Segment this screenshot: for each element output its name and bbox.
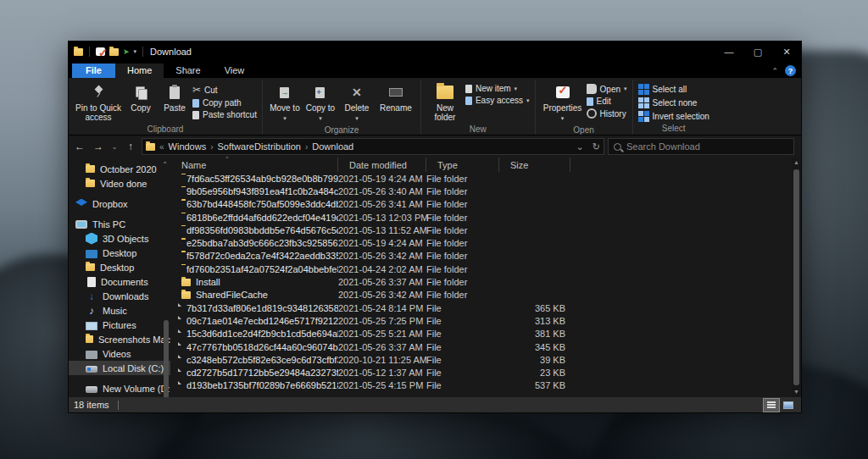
close-button[interactable]: ✕ (772, 41, 801, 62)
paste-button[interactable]: Paste (159, 81, 191, 114)
large-icons-view-icon (783, 401, 793, 409)
sidebar-item[interactable]: Desktop (69, 260, 170, 274)
table-row[interactable]: 7b317d33af806e1d819c9348126358e9ec8e...2… (170, 301, 791, 314)
scroll-up-arrow-icon[interactable]: ▲ (793, 158, 799, 168)
column-header-name[interactable]: Name ⌃ (170, 158, 338, 172)
invert-selection-button[interactable]: Invert selection (638, 111, 709, 122)
pin-to-quick-access-button[interactable]: Pin to Quick access (74, 81, 123, 124)
edit-button[interactable]: Edit (587, 97, 627, 106)
new-folder-button[interactable]: New folder (426, 81, 464, 124)
history-button[interactable]: History (587, 108, 627, 119)
column-header-type[interactable]: Type (426, 158, 499, 172)
table-row[interactable]: 47c7767bb0518d26cf44a60c96074bd5dcc...20… (170, 340, 791, 353)
tab-home[interactable]: Home (115, 64, 164, 78)
sidebar-item[interactable]: Local Disk (C:) (69, 361, 170, 375)
sidebar-item[interactable]: Dropbox (69, 196, 170, 211)
new-item-button[interactable]: New item▾ (465, 84, 530, 93)
recent-locations-chevron-icon[interactable]: ⌄ (109, 143, 120, 151)
large-icons-view-button[interactable] (781, 399, 796, 412)
table-row[interactable]: 9b05e956bf943f891ea4f1c0b2a484c52021-05-… (170, 185, 791, 197)
minimize-button[interactable]: — (715, 41, 743, 62)
table-row[interactable]: c3248eb572cb5f82e63ce9c6d73cfbf39b10...2… (170, 353, 791, 366)
copy-to-button[interactable]: Copy to ▾ (303, 81, 337, 124)
undo-qat-icon[interactable]: ➤ (123, 47, 130, 56)
back-icon[interactable]: ← (72, 141, 87, 152)
tab-share[interactable]: Share (164, 64, 212, 78)
open-button[interactable]: Open▾ (587, 84, 627, 94)
column-header-size[interactable]: Size (499, 158, 570, 172)
rename-icon (389, 88, 403, 97)
navigation-pane: October 2020Video doneDropboxThis PC3D O… (69, 158, 170, 397)
file-name: 6818b6e2ffdd4af6dd622edcf04e419d (186, 213, 338, 223)
list-scrollbar[interactable]: ▲ ▼ (792, 158, 801, 397)
details-view-button[interactable] (764, 399, 779, 412)
copy-button[interactable]: Copy (125, 81, 157, 114)
title-bar[interactable]: ➤ ▾ Download — ▢ ✕ (69, 41, 801, 62)
sidebar-item[interactable]: New Volume (G: (69, 395, 170, 397)
table-row[interactable]: f578d72c0eda2ca7e4f3422aeddb33592021-05-… (170, 250, 791, 263)
table-row[interactable]: d193beb1735bf7f0289b7e6669b5218297f7...2… (170, 379, 791, 392)
address-dropdown-chevron-icon[interactable]: ⌄ (576, 141, 584, 152)
move-to-button[interactable]: Move to ▾ (268, 81, 302, 124)
table-row[interactable]: 6818b6e2ffdd4af6dd622edcf04e419d2021-05-… (170, 211, 791, 224)
sidebar-scroll-up-icon[interactable]: ⌃ (162, 161, 168, 169)
table-row[interactable]: 09c71ae014e7ecbd1246e5717f9212a9de97...2… (170, 314, 791, 327)
new-folder-qat-icon[interactable] (109, 48, 119, 56)
properties-button[interactable]: Properties▾ (541, 81, 585, 124)
sidebar-item[interactable]: Videos (69, 346, 170, 361)
table-row[interactable]: Install2021-05-26 3:37 AMFile folder (170, 275, 791, 288)
refresh-icon[interactable]: ↻ (593, 141, 600, 152)
sidebar-item[interactable]: October 2020 (69, 162, 170, 176)
breadcrumb-softwaredistribution[interactable]: SoftwareDistribution (218, 141, 301, 152)
sidebar-item[interactable]: Documents (69, 274, 170, 289)
tab-view[interactable]: View (213, 64, 257, 78)
select-all-button[interactable]: Select all (638, 84, 709, 95)
scrollbar-thumb[interactable] (793, 169, 799, 385)
breadcrumb-overflow-icon[interactable]: « (159, 142, 164, 152)
sidebar-item[interactable]: ♪Music (69, 303, 170, 318)
table-row[interactable]: cd2727b5d17712bb5e29484a23273fc0145...20… (170, 366, 791, 379)
column-header-date-modified[interactable]: Date modified (338, 158, 426, 172)
up-icon[interactable]: ↑ (123, 141, 138, 152)
properties-qat-icon[interactable] (96, 47, 105, 56)
table-row[interactable]: 15c3d6dd1ce2d4f2b9cb1cd5de694ab20b...202… (170, 328, 791, 340)
delete-button[interactable]: ✕ Delete▾ (339, 81, 375, 124)
table-row[interactable]: df98356fd0983bbddb5e764d5676c5db2021-05-… (170, 224, 791, 236)
sidebar-item[interactable]: This PC (69, 217, 170, 231)
monitor-icon (86, 250, 97, 258)
easy-access-button[interactable]: Easy access▾ (465, 96, 530, 105)
search-input[interactable]: Search Download (608, 138, 794, 155)
help-icon[interactable]: ? (785, 65, 796, 76)
table-row[interactable]: SharedFileCache2021-05-26 3:42 AMFile fo… (170, 289, 791, 301)
copy-path-icon (192, 99, 199, 108)
maximize-button[interactable]: ▢ (743, 41, 772, 62)
sidebar-item[interactable]: ↓Downloads (69, 289, 170, 303)
paste-shortcut-button[interactable]: Paste shortcut (192, 110, 257, 119)
chevron-right-icon: › (210, 142, 213, 152)
sidebar-item[interactable]: New Volume (D: (69, 381, 170, 395)
chevron-right-icon: › (305, 142, 308, 152)
breadcrumb[interactable]: « Windows › SoftwareDistribution › Downl… (142, 138, 604, 155)
qat-customize-chevron-icon[interactable]: ▾ (134, 48, 137, 55)
table-row[interactable]: e25bdba7ab3d9c666c23fb3c9258567b2021-05-… (170, 236, 791, 249)
copy-path-button[interactable]: Copy path (192, 98, 257, 108)
sidebar-item[interactable]: 3D Objects (69, 231, 170, 246)
select-none-button[interactable]: Select none (638, 97, 709, 108)
breadcrumb-download[interactable]: Download (312, 141, 353, 152)
sidebar-item[interactable]: Desktop (69, 246, 170, 260)
forward-icon[interactable]: → (91, 141, 106, 152)
sidebar-item[interactable]: Pictures (69, 318, 170, 332)
table-row[interactable]: fd760b2351af42a07524f2a04bbebfe82021-04-… (170, 263, 791, 275)
breadcrumb-windows[interactable]: Windows (169, 141, 207, 152)
collapse-ribbon-icon[interactable]: ⌃ (771, 67, 778, 75)
table-row[interactable]: 7fd6ac53ff26534ab9cb928e0b8b79982021-05-… (170, 172, 791, 185)
sidebar-item[interactable]: Video done (69, 176, 170, 191)
sidebar-scrollbar[interactable] (164, 320, 169, 397)
rename-button[interactable]: Rename (376, 81, 415, 114)
scroll-down-arrow-icon[interactable]: ▼ (793, 387, 799, 397)
file-type: File folder (426, 174, 499, 184)
table-row[interactable]: 63b7bd448458fc750af5099e3ddc4db32021-05-… (170, 198, 791, 211)
tab-file[interactable]: File (72, 64, 115, 78)
cut-button[interactable]: ✂ Cut (192, 84, 257, 96)
sidebar-item[interactable]: Screenshots Mac (69, 332, 170, 346)
